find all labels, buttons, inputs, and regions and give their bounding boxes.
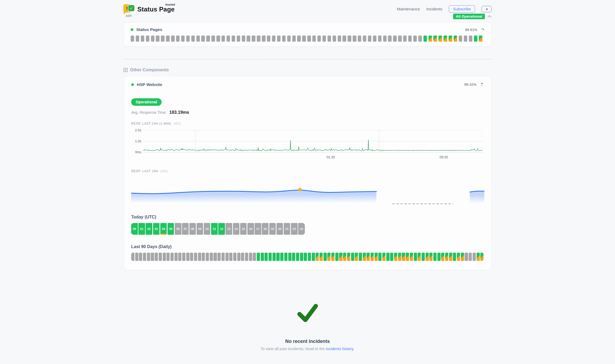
uptime-bar[interactable] bbox=[367, 253, 370, 261]
uptime-bar[interactable] bbox=[233, 253, 236, 261]
uptime-bar[interactable] bbox=[151, 36, 154, 42]
hour-block-11[interactable]: 11 bbox=[211, 223, 218, 235]
hour-block-15[interactable]: 15 bbox=[240, 223, 247, 235]
uptime-bar[interactable] bbox=[359, 253, 362, 261]
uptime-bar[interactable] bbox=[307, 36, 311, 42]
uptime-bar[interactable] bbox=[190, 253, 193, 261]
hour-block-05[interactable]: 05 bbox=[168, 223, 174, 235]
chart-marker-dot[interactable] bbox=[298, 188, 302, 191]
uptime-bar[interactable] bbox=[194, 253, 197, 261]
uptime-bar[interactable] bbox=[371, 253, 374, 261]
uptime-bar[interactable] bbox=[423, 36, 427, 42]
uptime-bar[interactable] bbox=[474, 36, 477, 42]
uptime-bar[interactable] bbox=[237, 36, 240, 42]
subscribe-button[interactable]: Subscribe bbox=[449, 5, 475, 13]
uptime-bar[interactable] bbox=[469, 253, 472, 261]
uptime-bar[interactable] bbox=[221, 253, 225, 261]
uptime-bar[interactable] bbox=[297, 36, 301, 42]
nav-incidents[interactable]: Incidents bbox=[426, 7, 442, 11]
uptime-bar[interactable] bbox=[390, 253, 393, 261]
hour-block-14[interactable]: 14 bbox=[233, 223, 240, 235]
uptime-bar[interactable] bbox=[245, 253, 248, 261]
hour-block-13[interactable]: 13 bbox=[225, 223, 232, 235]
uptime-bar[interactable] bbox=[151, 253, 154, 261]
uptime-bar[interactable] bbox=[347, 253, 350, 261]
uptime-bar[interactable] bbox=[146, 36, 149, 42]
uptime-bar[interactable] bbox=[284, 253, 287, 261]
uptime-bar[interactable] bbox=[469, 36, 472, 42]
uptime-bar[interactable] bbox=[383, 36, 387, 42]
uptime-bar[interactable] bbox=[355, 253, 358, 261]
uptime-bar[interactable] bbox=[155, 253, 158, 261]
uptime-bar[interactable] bbox=[302, 36, 306, 42]
uptime-bar[interactable] bbox=[221, 36, 225, 42]
uptime-bar[interactable] bbox=[335, 253, 338, 261]
hour-block-10[interactable]: 10 bbox=[204, 223, 211, 235]
refresh-icon[interactable]: ↷ bbox=[481, 27, 484, 32]
uptime-bar[interactable] bbox=[351, 253, 354, 261]
uptime-bar[interactable] bbox=[262, 36, 265, 42]
uptime-bar[interactable] bbox=[449, 253, 452, 261]
uptime-bar[interactable] bbox=[211, 36, 215, 42]
uptime-bar[interactable] bbox=[433, 36, 437, 42]
uptime-bar[interactable] bbox=[333, 36, 336, 42]
hour-block-23[interactable]: 23 bbox=[298, 223, 305, 235]
uptime-bar[interactable] bbox=[312, 253, 315, 261]
uptime-bar[interactable] bbox=[202, 253, 205, 261]
uptime-bar[interactable] bbox=[249, 253, 252, 261]
uptime-bar[interactable] bbox=[459, 36, 462, 42]
uptime-bar[interactable] bbox=[191, 36, 195, 42]
uptime-bar[interactable] bbox=[328, 36, 331, 42]
uptime-bar[interactable] bbox=[398, 253, 401, 261]
uptime-bar[interactable] bbox=[141, 36, 144, 42]
uptime-bar[interactable] bbox=[225, 253, 229, 261]
uptime-bar[interactable] bbox=[139, 253, 142, 261]
response-line-chart[interactable]: 2.0s1.0s0ms01:3009:30 bbox=[131, 129, 484, 160]
uptime-bar[interactable] bbox=[358, 36, 361, 42]
hour-block-03[interactable]: 03 bbox=[153, 223, 160, 235]
hour-block-18[interactable]: 18 bbox=[262, 223, 268, 235]
uptime-bar[interactable] bbox=[227, 36, 230, 42]
uptime-bar[interactable] bbox=[237, 253, 240, 261]
hour-block-09[interactable]: 09 bbox=[197, 223, 203, 235]
uptime-bar[interactable] bbox=[453, 253, 456, 261]
uptime-bar[interactable] bbox=[317, 36, 321, 42]
uptime-bar[interactable] bbox=[373, 36, 376, 42]
uptime-bar[interactable] bbox=[178, 253, 181, 261]
uptime-bar[interactable] bbox=[437, 253, 441, 261]
uptime-bar[interactable] bbox=[247, 36, 250, 42]
uptime-bar[interactable] bbox=[216, 36, 220, 42]
uptime-bar[interactable] bbox=[156, 36, 159, 42]
uptime-bar[interactable] bbox=[388, 36, 391, 42]
incidents-history-link[interactable]: incidents history bbox=[326, 347, 353, 351]
uptime-bar[interactable] bbox=[261, 253, 264, 261]
uptime-bar[interactable] bbox=[186, 253, 189, 261]
uptime-bar[interactable] bbox=[394, 253, 397, 261]
uptime-bar[interactable] bbox=[461, 253, 464, 261]
uptime-bar[interactable] bbox=[181, 36, 185, 42]
uptime-bar[interactable] bbox=[348, 36, 351, 42]
uptime-bar[interactable] bbox=[322, 36, 326, 42]
uptime-bar[interactable] bbox=[457, 253, 460, 261]
uptime-bar[interactable] bbox=[363, 36, 366, 42]
hour-block-21[interactable]: 21 bbox=[284, 223, 290, 235]
uptime-bar[interactable] bbox=[342, 36, 346, 42]
uptime-bar[interactable] bbox=[287, 36, 291, 42]
uptime-bar[interactable] bbox=[422, 253, 425, 261]
uptime-bar[interactable] bbox=[308, 253, 311, 261]
hour-block-00[interactable]: 00 bbox=[131, 223, 138, 235]
hour-block-07[interactable]: 07 bbox=[182, 223, 189, 235]
uptime-bar[interactable] bbox=[312, 36, 316, 42]
uptime-bar[interactable] bbox=[253, 253, 256, 261]
uptime-bar[interactable] bbox=[229, 253, 232, 261]
last90-bar-row[interactable] bbox=[131, 253, 484, 261]
uptime-bar[interactable] bbox=[206, 253, 209, 261]
uptime-bar[interactable] bbox=[429, 36, 432, 42]
hour-block-04[interactable]: 04 bbox=[160, 223, 167, 235]
uptime-bar[interactable] bbox=[454, 36, 457, 42]
uptime-bar[interactable] bbox=[445, 253, 448, 261]
uptime-bar[interactable] bbox=[375, 253, 378, 261]
uptime-bar[interactable] bbox=[277, 36, 281, 42]
hour-block-17[interactable]: 17 bbox=[255, 223, 261, 235]
uptime-bar[interactable] bbox=[143, 253, 146, 261]
